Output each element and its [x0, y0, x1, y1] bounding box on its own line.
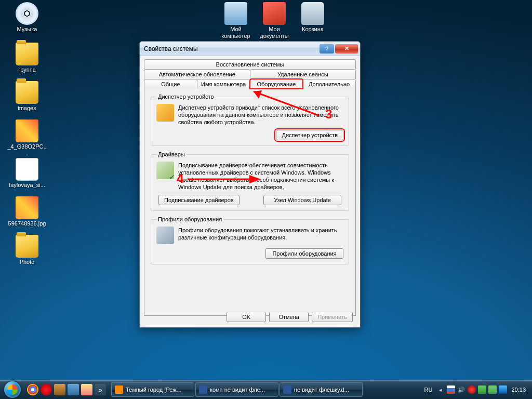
- task-app-icon: [115, 385, 123, 394]
- desktop-icon-label: _4_G38O2PC...: [7, 143, 47, 157]
- device-manager-button[interactable]: Диспетчер устройств: [276, 130, 343, 140]
- desktop-icon[interactable]: группа: [7, 43, 47, 73]
- txt-icon: [16, 158, 38, 181]
- desktop-icon[interactable]: Мои документы: [255, 2, 294, 39]
- folder-icon: [16, 235, 38, 258]
- profiles-icon: [156, 227, 174, 244]
- docfold-icon: [263, 2, 286, 25]
- tray-flag-icon[interactable]: [447, 385, 455, 394]
- tab-remote-sessions[interactable]: Удаленные сеансы: [250, 69, 356, 79]
- ok-button[interactable]: OK: [227, 312, 266, 322]
- tray-chevron-icon[interactable]: ◂: [436, 385, 445, 394]
- taskbar-task-button[interactable]: Темный город [Реж...: [111, 382, 194, 397]
- desktop-icon[interactable]: Музыка: [7, 2, 47, 33]
- desktop-icon[interactable]: _4_G38O2PC...: [7, 119, 47, 157]
- desktop-icon-label: faylovaya_si...: [7, 182, 47, 189]
- quick-show-desktop-icon[interactable]: [68, 384, 79, 395]
- taskbar-task-button[interactable]: комп не видит фле...: [195, 382, 278, 397]
- drivers-icon: [156, 162, 174, 179]
- help-button[interactable]: ?: [320, 44, 334, 54]
- start-button[interactable]: [1, 381, 24, 398]
- system-tray: RU ◂ 🔊 20:13: [419, 385, 531, 394]
- desktop-icon[interactable]: 596748936.jpg: [7, 196, 47, 227]
- desktop-icon[interactable]: Корзина: [293, 2, 332, 33]
- windows-update-button[interactable]: Узел Windows Update: [263, 195, 341, 205]
- apply-button[interactable]: Применить: [312, 312, 353, 322]
- tab-auto-update[interactable]: Автоматическое обновление: [144, 69, 250, 79]
- thumb-icon: [16, 196, 38, 219]
- device-manager-icon: [156, 104, 174, 122]
- dialog-title: Свойства системы: [144, 45, 318, 52]
- titlebar[interactable]: Свойства системы ? ✕: [140, 42, 360, 56]
- task-label: не видит флешку.d...: [294, 387, 349, 393]
- quick-chevron-icon[interactable]: »: [95, 384, 106, 395]
- hardware-profiles-button[interactable]: Профили оборудования: [265, 248, 343, 259]
- tray-monitor-icon[interactable]: [499, 385, 507, 394]
- quick-opera-icon[interactable]: [41, 384, 52, 395]
- desktop-icon-label: Корзина: [293, 26, 332, 33]
- system-properties-dialog: Свойства системы ? ✕ Восстановление сист…: [139, 41, 361, 328]
- quick-chrome-icon[interactable]: [27, 384, 38, 395]
- group-drivers: Драйверы Подписывание драйверов обеспечи…: [151, 151, 349, 211]
- tab-content: Диспетчер устройств Диспетчер устройств …: [144, 88, 356, 316]
- task-app-icon: [283, 385, 291, 394]
- close-button[interactable]: ✕: [335, 44, 358, 54]
- mon-icon: [224, 2, 247, 25]
- desktop-icon[interactable]: Мой компьютер: [216, 2, 256, 39]
- task-label: Темный город [Реж...: [126, 387, 181, 393]
- tab-general[interactable]: Общие: [144, 79, 197, 89]
- taskbar: » Темный город [Реж...комп не видит фле.…: [0, 380, 532, 399]
- tab-system-restore[interactable]: Восстановление системы: [144, 59, 356, 69]
- tab-hardware[interactable]: Оборудование: [250, 79, 303, 89]
- tray-network-icon[interactable]: [478, 385, 486, 394]
- desktop-icon-label: images: [7, 105, 47, 112]
- drivers-text: Подписывание драйверов обеспечивает совм…: [178, 162, 343, 191]
- dialog-button-bar: OK Отмена Применить: [227, 312, 353, 322]
- language-indicator[interactable]: RU: [422, 387, 435, 393]
- taskbar-clock[interactable]: 20:13: [509, 387, 528, 393]
- task-buttons: Темный город [Реж...комп не видит фле...…: [109, 382, 419, 397]
- desktop-icon-label: Мой компьютер: [216, 26, 256, 39]
- tray-shield-icon[interactable]: [468, 385, 476, 394]
- group-profiles-legend: Профили оборудования: [156, 216, 223, 222]
- folder-icon: [16, 43, 38, 65]
- desktop-icon[interactable]: Photo: [7, 235, 47, 265]
- tab-computer-name[interactable]: Имя компьютера: [197, 79, 250, 89]
- quick-launch: »: [24, 384, 109, 395]
- bin-icon: [301, 2, 324, 25]
- quick-app-icon[interactable]: [54, 384, 65, 395]
- windows-orb-icon: [4, 381, 21, 398]
- group-device-manager: Диспетчер устройств Диспетчер устройств …: [151, 94, 349, 146]
- desktop-icon-label: Музыка: [7, 26, 47, 33]
- tray-removable-icon[interactable]: [488, 385, 497, 394]
- tabs-area: Восстановление системы Автоматическое об…: [140, 56, 360, 89]
- tray-volume-icon[interactable]: 🔊: [457, 385, 466, 394]
- driver-signing-button[interactable]: Подписывание драйверов: [158, 195, 240, 205]
- task-label: комп не видит фле...: [210, 387, 265, 393]
- group-device-manager-legend: Диспетчер устройств: [156, 94, 216, 100]
- device-manager-text: Диспетчер устройств приводит список всег…: [178, 104, 343, 126]
- tab-advanced[interactable]: Дополнительно: [302, 79, 356, 89]
- desktop-icon-label: Мои документы: [255, 26, 294, 39]
- quick-explorer-icon[interactable]: [81, 384, 92, 395]
- desktop-icon-label: 596748936.jpg: [7, 220, 47, 227]
- folder-icon: [16, 81, 38, 104]
- task-app-icon: [199, 385, 207, 394]
- desktop-icon-label: группа: [7, 66, 47, 73]
- cancel-button[interactable]: Отмена: [269, 312, 309, 322]
- cd-icon: [16, 2, 38, 25]
- desktop-icon[interactable]: images: [7, 81, 47, 112]
- profiles-text: Профили оборудования помогают устанавлив…: [178, 227, 343, 241]
- desktop-icon-label: Photo: [7, 259, 47, 265]
- taskbar-task-button[interactable]: не видит флешку.d...: [280, 382, 363, 397]
- thumb-icon: [16, 119, 38, 142]
- group-drivers-legend: Драйверы: [156, 151, 187, 157]
- group-hardware-profiles: Профили оборудования Профили оборудовани…: [151, 216, 349, 264]
- desktop-icon[interactable]: faylovaya_si...: [7, 158, 47, 189]
